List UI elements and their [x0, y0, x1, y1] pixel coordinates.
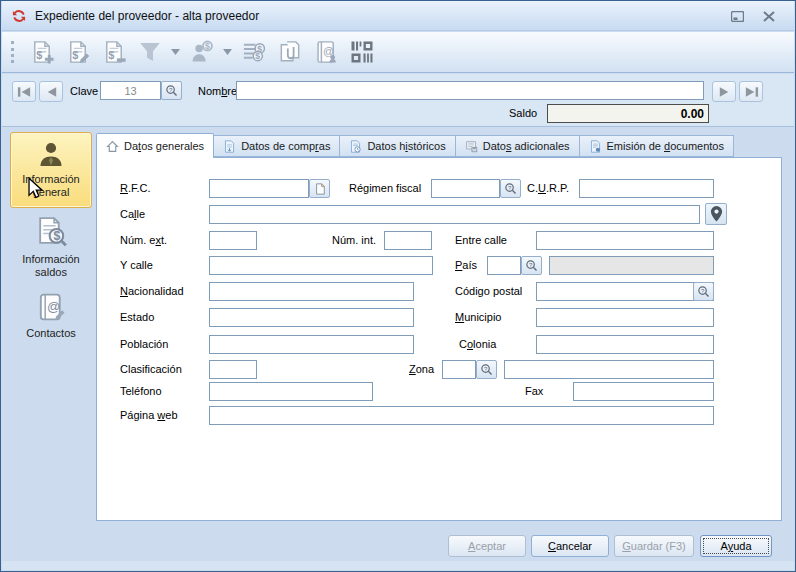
estado-input[interactable] [209, 308, 414, 327]
additional-doc-icon [465, 140, 478, 153]
tab-datos-historicos[interactable]: Datos históricos [340, 135, 455, 157]
mouse-cursor [27, 177, 44, 199]
pagina-web-input[interactable] [209, 406, 714, 425]
sidebar-item-contactos[interactable]: @ Contactos [10, 291, 92, 340]
sidebar-item-label: Información general [11, 173, 91, 199]
num-ext-label: Núm. ext. [120, 234, 167, 246]
fax-label: Fax [525, 385, 543, 397]
svg-text:@: @ [47, 299, 60, 314]
codigo-postal-label: Código postal [455, 285, 522, 297]
entre-calle-label: Entre calle [455, 234, 507, 246]
provider-balance-dropdown-icon[interactable] [220, 36, 234, 68]
pais-lookup-icon[interactable]: ? [521, 256, 542, 275]
tab-label: Emisión de documentos [607, 140, 724, 152]
zona-input[interactable] [442, 360, 476, 379]
purchases-doc-icon [223, 140, 236, 153]
fax-input[interactable] [573, 382, 714, 401]
y-calle-input[interactable] [209, 256, 433, 275]
attached-documents-icon[interactable] [272, 36, 308, 68]
poblacion-input[interactable] [209, 335, 414, 354]
previous-record-icon[interactable] [39, 81, 63, 102]
next-record-icon[interactable] [712, 81, 736, 102]
poblacion-label: Población [120, 338, 168, 350]
delete-provider-doc-icon[interactable]: $ [96, 36, 132, 68]
regimen-fiscal-label: Régimen fiscal [349, 182, 421, 194]
window-title: Expediente del proveedor - alta proveedo… [35, 1, 259, 31]
new-provider-doc-icon[interactable]: $ [24, 36, 60, 68]
movements-coins-icon[interactable]: $$ [236, 36, 272, 68]
refresh-red-icon [11, 8, 27, 24]
cancelar-button[interactable]: Cancelar [531, 535, 609, 557]
pais-desc-input [549, 256, 714, 275]
datos-generales-panel: R.F.C. Régimen fiscal ? C.U.R.P. Calle N… [96, 157, 782, 521]
nacionalidad-input[interactable] [209, 282, 414, 301]
close-icon[interactable] [760, 9, 778, 24]
contacts-book-pencil-icon: @ [35, 291, 67, 323]
title-bar: Expediente del proveedor - alta proveedo… [2, 1, 794, 31]
codigo-postal-input[interactable] [536, 282, 714, 301]
calle-label: Calle [120, 208, 145, 220]
regimen-fiscal-input[interactable] [431, 179, 500, 198]
home-icon [106, 140, 119, 153]
sidebar-item-informacion-saldos[interactable]: $ Información saldos [10, 215, 92, 279]
filter-dropdown-icon[interactable] [168, 36, 182, 68]
curp-input[interactable] [579, 179, 714, 198]
zona-desc-input[interactable] [504, 360, 714, 379]
tab-datos-de-compras[interactable]: Datos de compras [214, 135, 340, 157]
num-int-input[interactable] [384, 231, 432, 250]
tab-datos-adicionales[interactable]: Datos adicionales [456, 135, 580, 157]
record-navigation-bar: Clave ? Nombre Saldo [2, 74, 794, 127]
last-record-icon[interactable] [739, 81, 763, 102]
tab-datos-generales[interactable]: Datos generales [96, 133, 214, 158]
sidebar-item-informacion-general[interactable]: Información general [10, 132, 92, 208]
calle-input[interactable] [209, 205, 700, 224]
provider-balance-icon[interactable]: $ [184, 36, 220, 68]
clasificacion-label: Clasificación [120, 363, 182, 375]
y-calle-label: Y calle [120, 259, 153, 271]
toolbar-grip[interactable] [11, 41, 14, 63]
restore-window-icon[interactable] [728, 9, 746, 24]
municipio-label: Municipio [455, 311, 501, 323]
municipio-input[interactable] [536, 308, 714, 327]
pais-input[interactable] [487, 256, 521, 275]
regimen-fiscal-lookup-icon[interactable]: ? [500, 179, 521, 198]
num-ext-input[interactable] [209, 231, 257, 250]
colonia-label: Colonia [459, 338, 496, 350]
telefono-label: Teléfono [120, 385, 162, 397]
tab-emision-de-documentos[interactable]: Emisión de documentos [580, 135, 734, 157]
tab-label: Datos históricos [367, 140, 445, 152]
svg-text:$: $ [72, 49, 78, 61]
svg-text:?: ? [169, 87, 173, 93]
clave-lookup-icon[interactable]: ? [161, 81, 182, 100]
rfc-input[interactable] [209, 179, 309, 198]
contacts-book-icon[interactable]: @ [308, 36, 344, 68]
pagina-web-label: Página web [120, 409, 178, 421]
nombre-input[interactable] [236, 81, 704, 100]
map-location-icon[interactable] [705, 203, 727, 225]
ayuda-button[interactable]: Ayuda [700, 535, 772, 557]
svg-text:$: $ [108, 49, 114, 61]
first-record-icon[interactable] [12, 81, 36, 102]
codigo-postal-lookup-icon[interactable]: ? [693, 282, 714, 301]
edit-provider-doc-icon[interactable]: $ [60, 36, 96, 68]
curp-label: C.U.R.P. [527, 182, 569, 194]
clasificacion-input[interactable] [209, 360, 257, 379]
entre-calle-input[interactable] [536, 231, 714, 250]
guardar-button[interactable]: Guardar (F3) [614, 535, 694, 557]
person-icon [36, 139, 66, 169]
qr-cfdi-icon[interactable] [344, 36, 380, 68]
filter-icon[interactable] [132, 36, 168, 68]
svg-text:$: $ [36, 49, 42, 61]
clave-input[interactable] [100, 81, 161, 100]
svg-text:$: $ [53, 229, 60, 243]
telefono-input[interactable] [209, 382, 373, 401]
sidebar-item-label: Contactos [10, 327, 92, 340]
rfc-validate-icon[interactable] [309, 179, 330, 198]
colonia-input[interactable] [536, 335, 714, 354]
svg-text:?: ? [529, 262, 533, 268]
num-int-label: Núm. int. [332, 234, 376, 246]
zona-label: Zona [409, 363, 434, 375]
zona-lookup-icon[interactable]: ? [476, 360, 497, 379]
pais-label: País [455, 259, 477, 271]
aceptar-button[interactable]: Aceptar [448, 535, 526, 557]
